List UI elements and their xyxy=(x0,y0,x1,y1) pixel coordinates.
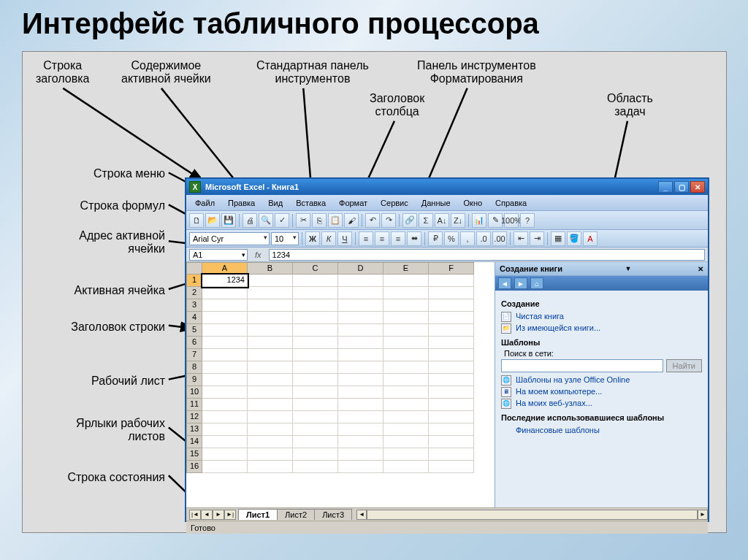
tab-last-icon[interactable]: ►| xyxy=(224,510,236,520)
nav-forward-icon[interactable]: ► xyxy=(514,277,527,289)
cell-C1[interactable] xyxy=(293,275,338,287)
cell-E7[interactable] xyxy=(383,349,429,361)
column-header-d[interactable]: D xyxy=(338,262,383,275)
cell-D4[interactable] xyxy=(338,312,383,324)
cell-E13[interactable] xyxy=(383,423,429,436)
cut-icon[interactable]: ✂ xyxy=(296,213,310,228)
increase-indent-icon[interactable]: ⇥ xyxy=(530,231,544,246)
increase-decimal-icon[interactable]: .0 xyxy=(476,231,491,246)
cell-A15[interactable] xyxy=(202,448,248,461)
row-header-14[interactable]: 14 xyxy=(186,436,202,448)
hyperlink-icon[interactable]: 🔗 xyxy=(402,213,417,228)
cell-B1[interactable] xyxy=(248,275,293,287)
bold-icon[interactable]: Ж xyxy=(305,231,320,246)
tp-search-button[interactable]: Найти xyxy=(666,359,702,372)
menu-insert[interactable]: Вставка xyxy=(290,197,332,209)
cell-B15[interactable] xyxy=(248,448,293,461)
align-left-icon[interactable]: ≡ xyxy=(359,231,373,246)
fill-color-icon[interactable]: 🪣 xyxy=(567,231,581,246)
cell-E12[interactable] xyxy=(383,411,429,423)
cell-B11[interactable] xyxy=(248,399,293,411)
cell-A2[interactable] xyxy=(202,287,248,299)
cell-E15[interactable] xyxy=(383,448,429,461)
redo-icon[interactable]: ↷ xyxy=(381,213,396,228)
cell-A12[interactable] xyxy=(202,411,248,423)
cell-B10[interactable] xyxy=(248,386,293,399)
cell-A14[interactable] xyxy=(202,436,248,448)
cell-D11[interactable] xyxy=(338,399,383,411)
cell-C11[interactable] xyxy=(293,399,338,411)
column-header-b[interactable]: B xyxy=(248,262,293,275)
row-header-3[interactable]: 3 xyxy=(186,299,202,312)
italic-icon[interactable]: К xyxy=(321,231,336,246)
cell-C3[interactable] xyxy=(293,299,338,312)
cell-B8[interactable] xyxy=(248,361,293,374)
formula-input[interactable]: 1234 xyxy=(269,249,705,261)
cell-D10[interactable] xyxy=(338,386,383,399)
cell-A6[interactable] xyxy=(202,337,248,349)
cell-D1[interactable] xyxy=(338,275,383,287)
tp-financial-templates[interactable]: Финансовые шаблоны xyxy=(501,424,702,436)
cell-A4[interactable] xyxy=(202,312,248,324)
cell-B13[interactable] xyxy=(248,423,293,436)
row-header-16[interactable]: 16 xyxy=(186,461,202,473)
cell-D6[interactable] xyxy=(338,337,383,349)
help-icon[interactable]: ? xyxy=(520,213,535,228)
select-all-corner[interactable] xyxy=(186,262,202,275)
cell-D12[interactable] xyxy=(338,411,383,423)
cell-A9[interactable] xyxy=(202,374,248,386)
save-icon[interactable]: 💾 xyxy=(221,213,236,228)
tp-from-existing[interactable]: 📁Из имеющейся книги... xyxy=(501,322,702,334)
column-header-a[interactable]: A xyxy=(202,262,248,275)
cell-C8[interactable] xyxy=(293,361,338,374)
cell-C12[interactable] xyxy=(293,411,338,423)
chart-icon[interactable]: 📊 xyxy=(472,213,486,228)
row-header-15[interactable]: 15 xyxy=(186,448,202,461)
percent-icon[interactable]: % xyxy=(444,231,459,246)
row-header-4[interactable]: 4 xyxy=(186,312,202,324)
cell-A16[interactable] xyxy=(202,461,248,473)
cell-F10[interactable] xyxy=(429,386,474,399)
cell-A1[interactable]: 1234 xyxy=(202,275,248,287)
scroll-left-icon[interactable]: ◄ xyxy=(356,510,367,520)
cell-E8[interactable] xyxy=(383,361,429,374)
fx-button[interactable]: fx xyxy=(251,250,266,259)
cell-D15[interactable] xyxy=(338,448,383,461)
cell-F8[interactable] xyxy=(429,361,474,374)
cell-A3[interactable] xyxy=(202,299,248,312)
tp-search-input[interactable] xyxy=(501,359,663,372)
row-header-8[interactable]: 8 xyxy=(186,361,202,374)
decrease-indent-icon[interactable]: ⇤ xyxy=(514,231,528,246)
close-button[interactable]: ✕ xyxy=(690,181,705,193)
cell-A11[interactable] xyxy=(202,399,248,411)
cell-C9[interactable] xyxy=(293,374,338,386)
menu-view[interactable]: Вид xyxy=(262,197,289,209)
cell-F2[interactable] xyxy=(429,287,474,299)
cell-F6[interactable] xyxy=(429,337,474,349)
sort-asc-icon[interactable]: A↓ xyxy=(435,213,449,228)
cell-C13[interactable] xyxy=(293,423,338,436)
row-header-11[interactable]: 11 xyxy=(186,399,202,411)
font-name-select[interactable]: Arial Cyr xyxy=(189,232,270,245)
new-icon[interactable]: 🗋 xyxy=(189,213,204,228)
sort-desc-icon[interactable]: Z↓ xyxy=(451,213,465,228)
merge-icon[interactable]: ⬌ xyxy=(407,231,421,246)
borders-icon[interactable]: ▦ xyxy=(551,231,565,246)
underline-icon[interactable]: Ч xyxy=(337,231,352,246)
row-header-5[interactable]: 5 xyxy=(186,324,202,337)
cell-D8[interactable] xyxy=(338,361,383,374)
scroll-track[interactable] xyxy=(367,510,698,520)
column-header-c[interactable]: C xyxy=(293,262,338,275)
cell-F5[interactable] xyxy=(429,324,474,337)
print-icon[interactable]: 🖨 xyxy=(243,213,257,228)
worksheet-grid[interactable]: A B C D E F 112342345678910111213141516 xyxy=(186,262,495,507)
row-header-10[interactable]: 10 xyxy=(186,386,202,399)
cell-B7[interactable] xyxy=(248,349,293,361)
tp-on-computer[interactable]: 🖥На моем компьютере... xyxy=(501,386,702,397)
cell-E3[interactable] xyxy=(383,299,429,312)
cell-D9[interactable] xyxy=(338,374,383,386)
cell-B2[interactable] xyxy=(248,287,293,299)
cell-E5[interactable] xyxy=(383,324,429,337)
cell-E2[interactable] xyxy=(383,287,429,299)
cell-F12[interactable] xyxy=(429,411,474,423)
